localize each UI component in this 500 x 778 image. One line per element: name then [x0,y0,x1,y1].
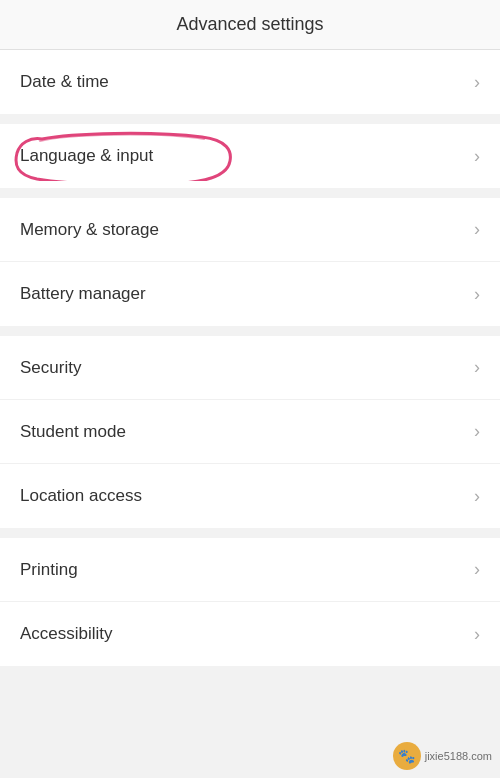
page-title: Advanced settings [176,14,323,35]
chevron-icon-battery-manager: › [474,284,480,305]
settings-label-location-access: Location access [20,486,142,506]
settings-group-group-datetime: Date & time› [0,50,500,114]
settings-label-student-mode: Student mode [20,422,126,442]
settings-item-printing[interactable]: Printing› [0,538,500,602]
settings-item-battery-manager[interactable]: Battery manager› [0,262,500,326]
watermark-icon: 🐾 [393,742,421,770]
settings-label-accessibility: Accessibility [20,624,113,644]
settings-group-group-language: Language & input› [0,124,500,188]
watermark: 🐾 jixie5188.com [393,742,492,770]
settings-label-security: Security [20,358,81,378]
settings-item-language-input[interactable]: Language & input› [0,124,500,188]
chevron-icon-accessibility: › [474,624,480,645]
settings-item-student-mode[interactable]: Student mode› [0,400,500,464]
chevron-icon-security: › [474,357,480,378]
settings-label-printing: Printing [20,560,78,580]
watermark-text: jixie5188.com [425,750,492,762]
chevron-icon-printing: › [474,559,480,580]
settings-item-location-access[interactable]: Location access› [0,464,500,528]
settings-item-date-time[interactable]: Date & time› [0,50,500,114]
chevron-icon-memory-storage: › [474,219,480,240]
settings-label-date-time: Date & time [20,72,109,92]
chevron-icon-language-input: › [474,146,480,167]
settings-group-group-security: Security›Student mode›Location access› [0,336,500,528]
chevron-icon-location-access: › [474,486,480,507]
settings-label-language-input: Language & input [20,146,153,166]
chevron-icon-date-time: › [474,72,480,93]
settings-item-accessibility[interactable]: Accessibility› [0,602,500,666]
settings-item-security[interactable]: Security› [0,336,500,400]
settings-label-battery-manager: Battery manager [20,284,146,304]
settings-group-group-memory-battery: Memory & storage›Battery manager› [0,198,500,326]
header: Advanced settings [0,0,500,50]
chevron-icon-student-mode: › [474,421,480,442]
settings-group-group-printing: Printing›Accessibility› [0,538,500,666]
settings-list: Date & time›Language & input›Memory & st… [0,50,500,666]
settings-item-memory-storage[interactable]: Memory & storage› [0,198,500,262]
settings-label-memory-storage: Memory & storage [20,220,159,240]
